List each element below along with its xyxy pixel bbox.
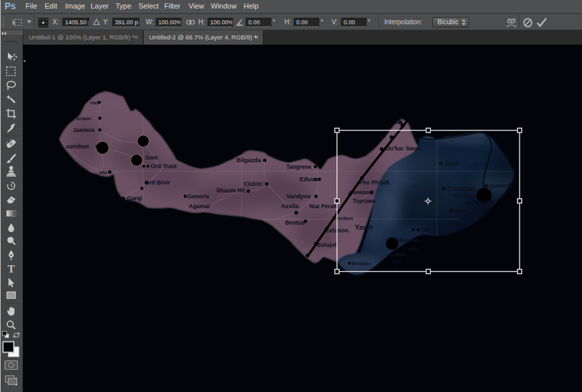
svg-text:Botajef: Botajef xyxy=(317,242,338,248)
svg-text:Slu'kar Swan: Slu'kar Swan xyxy=(384,145,421,152)
svg-text:Bimdier: Bimdier xyxy=(351,261,371,267)
svg-text:Elom: Elom xyxy=(454,207,468,214)
svg-text:Ziost: Ziost xyxy=(445,160,459,167)
svg-text:nal: nal xyxy=(395,120,403,125)
svg-text:Gwo: Gwo xyxy=(145,154,158,161)
svg-text:Pho Ph'eah: Pho Ph'eah xyxy=(359,179,390,186)
svg-text:Anda: Anda xyxy=(416,227,431,233)
svg-text:Jaemus: Jaemus xyxy=(73,127,95,133)
svg-text:Bestus: Bestus xyxy=(285,219,305,226)
svg-text:Generis: Generis xyxy=(187,193,210,200)
svg-text:Shaum Hii: Shaum Hii xyxy=(216,187,245,194)
svg-text:Axxila: Axxila xyxy=(281,203,300,209)
svg-text:Tangrene: Tangrene xyxy=(286,163,311,170)
svg-text:Garqi: Garqi xyxy=(127,195,143,202)
svg-text:uumilnst: uumilnst xyxy=(66,143,89,150)
svg-text:Junction: Junction xyxy=(331,215,353,221)
svg-text:T: T xyxy=(8,263,15,274)
svg-text:ey: ey xyxy=(377,133,383,139)
svg-text:Quermia: Quermia xyxy=(489,183,514,189)
svg-text:Nuz Peram: Nuz Peram xyxy=(309,203,338,209)
svg-text:Moridun: Moridun xyxy=(397,237,419,244)
svg-text:Toprawa: Toprawa xyxy=(353,198,376,204)
svg-text:Sernpidal: Sernpidal xyxy=(466,200,491,206)
svg-text:Edusa: Edusa xyxy=(300,176,318,183)
svg-text:Serenno: Serenno xyxy=(349,189,372,196)
svg-text:Vju: Vju xyxy=(392,259,401,265)
svg-text:Ord Binir: Ord Binir xyxy=(145,179,170,186)
svg-text:rne: rne xyxy=(90,100,98,106)
svg-text:Florrum: Florrum xyxy=(453,192,475,199)
svg-text:Ciutric: Ciutric xyxy=(244,181,263,187)
svg-text:Vandyne: Vandyne xyxy=(286,193,311,200)
svg-text:Bilgazda: Bilgazda xyxy=(236,157,261,163)
svg-text:scane: scane xyxy=(76,116,91,121)
svg-text:eto: eto xyxy=(99,169,107,175)
svg-text:Lutrec: Lutrec xyxy=(390,251,406,257)
svg-text:Ord Trast: Ord Trast xyxy=(150,163,177,169)
svg-text:Korriban: Korriban xyxy=(447,185,475,192)
svg-text:Yavin: Yavin xyxy=(355,223,372,231)
svg-text:Agamar: Agamar xyxy=(189,203,211,209)
svg-text:Qu: Qu xyxy=(411,246,418,252)
